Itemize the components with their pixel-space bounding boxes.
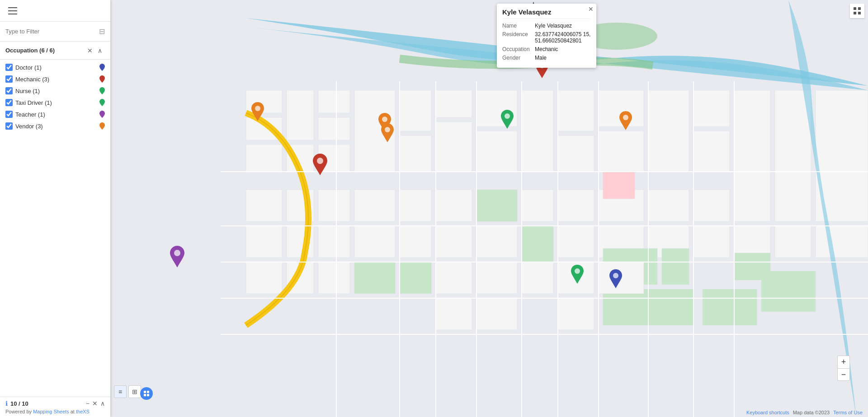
svg-rect-74 — [476, 298, 517, 330]
hamburger-line-3 — [8, 14, 17, 14]
svg-rect-64 — [703, 289, 757, 325]
zoom-out-button[interactable]: − — [837, 368, 850, 381]
svg-rect-56 — [775, 226, 811, 258]
powered-by-middle: at — [69, 409, 76, 414]
zoom-in-button[interactable]: + — [837, 356, 850, 368]
occupation-list: Doctor (1)Mechanic (3)Nurse (1)Taxi Driv… — [0, 60, 110, 417]
record-count-row: ℹ 10 / 10 − ✕ ∧ — [5, 400, 105, 407]
svg-point-99 — [382, 117, 387, 122]
occupation-item: Teacher (1) — [0, 108, 110, 120]
filter-input[interactable] — [5, 28, 99, 35]
occupation-label: Taxi Driver (1) — [15, 99, 97, 106]
svg-rect-55 — [734, 226, 770, 258]
filter-icon[interactable]: ⊟ — [99, 27, 105, 36]
popup-field-row: OccupationMechanic — [502, 46, 591, 52]
sidebar-header — [0, 0, 110, 22]
svg-rect-68 — [318, 262, 350, 294]
occupation-checkbox[interactable] — [5, 87, 13, 94]
clear-occupation-button[interactable]: ✕ — [85, 46, 95, 56]
sheets-icon — [143, 390, 150, 397]
occupation-checkbox[interactable] — [5, 99, 13, 106]
grid-menu-icon — [853, 6, 862, 15]
svg-rect-2 — [144, 394, 146, 396]
svg-point-107 — [623, 115, 628, 120]
popup-field-row: Residence32.6377424006075 15, 51.6660250… — [502, 31, 591, 44]
hamburger-line-1 — [8, 7, 17, 8]
svg-rect-40 — [734, 90, 770, 221]
svg-rect-14 — [400, 90, 431, 131]
sheets-icon-button[interactable] — [140, 387, 153, 400]
thexs-link[interactable]: theXS — [76, 409, 90, 414]
occupation-checkbox[interactable] — [5, 122, 13, 130]
svg-rect-38 — [648, 190, 689, 221]
svg-rect-79 — [603, 172, 635, 199]
popup-field-value: Mechanic — [535, 46, 558, 52]
svg-rect-49 — [476, 226, 517, 258]
powered-by: Powered by Mapping Sheets at theXS — [5, 409, 105, 414]
info-icon: ℹ — [5, 400, 8, 407]
svg-rect-17 — [436, 122, 472, 172]
occupation-label: Nurse (1) — [15, 88, 97, 94]
svg-rect-30 — [318, 190, 350, 221]
collapse-occupation-button[interactable]: ∧ — [95, 46, 105, 56]
popup-field-value: Male — [535, 55, 547, 61]
occupation-title: Occupation (6 / 6) — [5, 47, 85, 54]
svg-rect-8 — [318, 90, 350, 113]
filter-row: ⊟ — [0, 22, 110, 42]
svg-rect-45 — [318, 226, 350, 258]
svg-rect-35 — [522, 190, 553, 221]
occupation-checkbox[interactable] — [5, 111, 13, 118]
bottom-bar: ℹ 10 / 10 − ✕ ∧ Powered by Mapping Sheet… — [0, 397, 110, 417]
terms-of-use-link[interactable]: Terms of Use — [833, 410, 863, 415]
mapping-sheets-link[interactable]: Mapping Sheets — [33, 409, 69, 414]
popup-field-row: NameKyle Velasquez — [502, 23, 591, 29]
svg-rect-24 — [599, 131, 644, 172]
powered-by-prefix: Powered by — [5, 409, 33, 414]
occupation-label: Doctor (1) — [15, 64, 97, 71]
svg-rect-111 — [858, 12, 861, 14]
svg-rect-9 — [318, 117, 350, 140]
top-right-menu-button[interactable] — [850, 4, 864, 18]
occupation-item: Doctor (1) — [0, 61, 110, 73]
svg-rect-61 — [662, 248, 689, 285]
svg-rect-20 — [522, 90, 553, 172]
occupation-item: Nurse (1) — [0, 85, 110, 97]
svg-rect-33 — [436, 190, 472, 221]
occupation-item: Taxi Driver (1) — [0, 97, 110, 108]
keyboard-shortcuts-link[interactable]: Keyboard shortcuts — [746, 410, 789, 415]
list-view-button[interactable]: ≡ — [114, 385, 127, 398]
popup-close-button[interactable]: ✕ — [588, 5, 594, 13]
svg-rect-54 — [693, 226, 730, 258]
svg-point-103 — [174, 250, 180, 256]
svg-rect-110 — [854, 12, 856, 14]
collapse-bottom-button[interactable]: ∧ — [100, 400, 105, 407]
svg-point-106 — [505, 113, 510, 119]
svg-rect-31 — [354, 190, 395, 221]
popup-fields: NameKyle VelasquezResidence32.6377424006… — [502, 23, 591, 61]
popup-field-value: Kyle Velasquez — [535, 23, 572, 29]
grid-view-button[interactable]: ⊞ — [128, 385, 141, 398]
svg-rect-108 — [854, 7, 856, 10]
map-area[interactable]: N — [110, 0, 868, 417]
svg-rect-3 — [147, 394, 149, 396]
close-bottom-button[interactable]: ✕ — [92, 400, 98, 407]
popup-card: ✕ Kyle Velasquez NameKyle VelasquezResid… — [497, 4, 596, 68]
svg-rect-5 — [246, 90, 282, 113]
svg-point-101 — [317, 158, 323, 164]
occupation-checkbox[interactable] — [5, 64, 13, 71]
pin-icon — [99, 111, 105, 118]
svg-rect-77 — [558, 298, 594, 330]
svg-rect-46 — [354, 226, 395, 258]
map-data-text: Map data ©2023 — [793, 410, 830, 415]
svg-rect-41 — [775, 90, 811, 221]
svg-rect-21 — [558, 90, 594, 131]
svg-rect-32 — [400, 190, 431, 221]
svg-rect-65 — [761, 271, 816, 312]
menu-button[interactable] — [5, 4, 20, 18]
minimize-button[interactable]: − — [86, 400, 90, 407]
pin-icon — [99, 122, 105, 130]
svg-rect-69 — [354, 262, 395, 294]
occupation-checkbox[interactable] — [5, 75, 13, 83]
popup-field-row: GenderMale — [502, 55, 591, 61]
svg-point-100 — [385, 127, 390, 132]
